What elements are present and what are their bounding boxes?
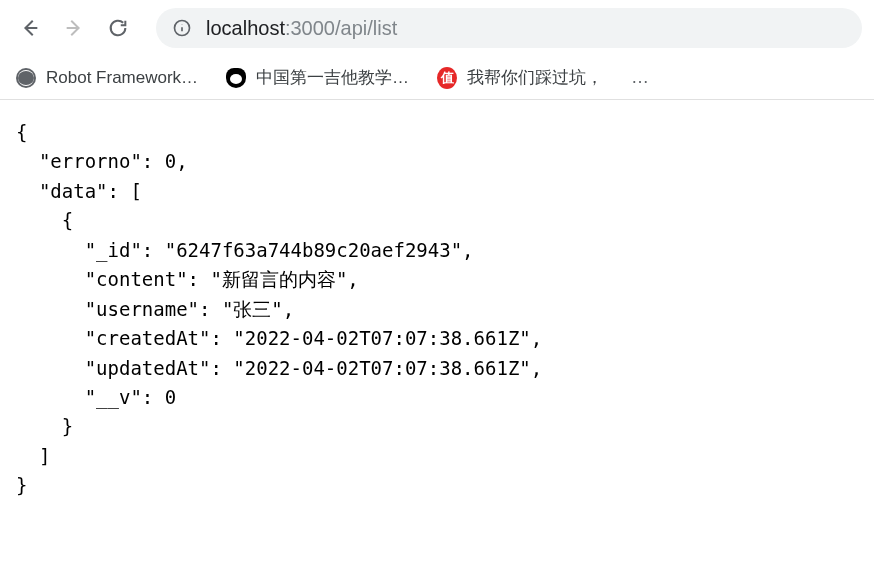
reload-icon xyxy=(107,17,129,39)
bookmark-item-robot[interactable]: Robot Framework… xyxy=(16,68,198,88)
penguin-icon xyxy=(226,68,246,88)
json-response-body: { "errorno": 0, "data": [ { "_id": "6247… xyxy=(0,100,874,519)
bookmark-label: Robot Framework… xyxy=(46,68,198,88)
back-button[interactable] xyxy=(12,10,48,46)
bookmark-item-zhi[interactable]: 值 我帮你们踩过坑， xyxy=(437,66,603,89)
bookmark-item-guitar[interactable]: 中国第一吉他教学… xyxy=(226,66,409,89)
arrow-right-icon xyxy=(63,17,85,39)
arrow-left-icon xyxy=(19,17,41,39)
forward-button[interactable] xyxy=(56,10,92,46)
url-text: localhost:3000/api/list xyxy=(206,17,397,40)
bookmarks-overflow[interactable]: … xyxy=(631,67,649,88)
site-info-icon[interactable] xyxy=(172,18,192,38)
zhi-icon: 值 xyxy=(437,68,457,88)
reload-button[interactable] xyxy=(100,10,136,46)
address-bar[interactable]: localhost:3000/api/list xyxy=(156,8,862,48)
bookmark-label: 我帮你们踩过坑， xyxy=(467,66,603,89)
bookmarks-bar: Robot Framework… 中国第一吉他教学… 值 我帮你们踩过坑， … xyxy=(0,56,874,100)
globe-icon xyxy=(16,68,36,88)
bookmark-label: 中国第一吉他教学… xyxy=(256,66,409,89)
browser-toolbar: localhost:3000/api/list xyxy=(0,0,874,56)
